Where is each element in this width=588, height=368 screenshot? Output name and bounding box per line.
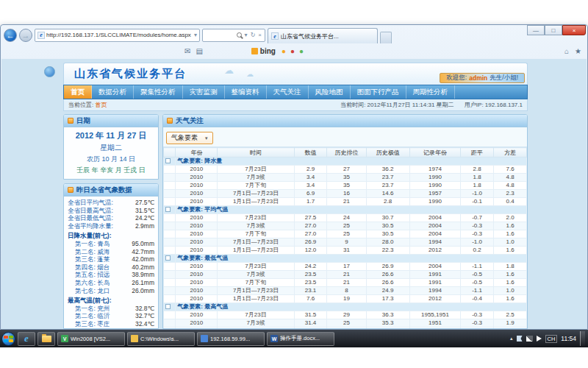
address-bar[interactable]: e http://192.168.137.1/SLCCLIMATE/module… — [35, 29, 200, 42]
ranking-value: 40.2mm — [132, 263, 154, 272]
table-row[interactable]: 20107月1日—7月23日23.1824.91994-1.11.0 — [164, 287, 527, 295]
taskbar-window-button[interactable]: 192.168.59.99... — [197, 332, 265, 346]
ranking-value: 26.0mm — [132, 287, 154, 295]
maximize-button[interactable]: □ — [545, 25, 562, 35]
element-group-label: 气象要素: 最高气温 — [176, 303, 527, 311]
table-row[interactable]: 20101月1日—7月23日1.7212.81990-0.10.4 — [164, 198, 527, 206]
cell: 1.8 — [494, 263, 527, 271]
cell: 6.9 — [294, 190, 327, 198]
summary-value: 2.9mm — [135, 222, 154, 230]
table-row[interactable]: 20107月23日24.21726.92004-1.11.8 — [164, 263, 527, 271]
table-row[interactable]: 20107月3候27.02530.52004-0.31.6 — [164, 222, 527, 230]
table-row[interactable]: 20101月1日—7月23日12.03122.320120.21.6 — [164, 247, 527, 255]
minimize-button[interactable]: — — [527, 25, 545, 35]
group-checkbox[interactable] — [165, 304, 171, 309]
refresh-icon[interactable]: ↻ — [251, 32, 256, 38]
group-checkbox[interactable] — [165, 158, 171, 163]
action-center-icon[interactable] — [517, 336, 523, 342]
site-logo-badge — [44, 66, 55, 77]
close-button[interactable]: × — [562, 25, 586, 35]
group-checkbox[interactable] — [165, 207, 171, 212]
cell: 7月3候 — [218, 271, 294, 279]
nav-item[interactable]: 灾害监测 — [183, 85, 225, 99]
group-checkbox[interactable] — [165, 255, 171, 261]
cell: 1994 — [409, 238, 460, 247]
ranking-station: 第一名: 兖州 — [75, 305, 110, 313]
table-row[interactable]: 20107月1日—7月23日26.9928.01994-1.01.0 — [164, 238, 527, 247]
nav-item[interactable]: 聚集性分析 — [134, 85, 183, 99]
taskbar-window-button[interactable]: W操作手册.docx... — [267, 332, 334, 346]
content-area: 日期 2012 年 11 月 27 日 星期二 农历 10 月 14 日 壬辰 … — [63, 114, 528, 329]
mail-icon[interactable]: ✉ — [184, 47, 190, 55]
new-tab-button[interactable] — [380, 32, 392, 43]
stop-icon[interactable]: × — [258, 32, 262, 38]
messenger-icon[interactable]: ● — [282, 47, 286, 55]
ranking-item: 第二名: 临沂32.7℃ — [68, 312, 154, 320]
nav-item[interactable]: 天气关注 — [267, 85, 309, 99]
ie-taskbar-icon[interactable]: e — [18, 332, 35, 346]
table-row[interactable]: 20107月下旬23.52126.61991-0.51.6 — [164, 279, 527, 287]
cell: 2.8 — [461, 166, 494, 174]
yesterday-panel-title: 昨日全省气象数据 — [76, 185, 132, 195]
cell: 31 — [327, 247, 366, 255]
search-box[interactable]: ▾ ↻ × — [202, 29, 265, 42]
taskbar-window-button[interactable]: C:\Windows\s... — [127, 332, 195, 346]
favorites-star-icon[interactable]: ★ — [575, 47, 581, 55]
cell: 1.6 — [494, 295, 527, 303]
forward-button[interactable]: → — [19, 29, 32, 42]
nav-item[interactable]: 周期性分析 — [406, 85, 456, 99]
page-viewport: 山东省气候业务平台 ☁ ☁ 欢迎您: admin 先生/小姐! 首页数据分析聚集… — [1, 59, 587, 329]
breadcrumb-home-link[interactable]: 首页 — [95, 102, 107, 108]
nav-item[interactable]: 图面下行产品 — [351, 85, 406, 99]
start-button[interactable] — [1, 332, 15, 346]
cell: 31.4 — [294, 328, 327, 329]
cell: 1.6 — [494, 230, 527, 238]
chevron-down-icon: ▾ — [205, 135, 208, 141]
table-row[interactable]: 20101月1日—7月23日7.61917.32012-0.41.6 — [164, 295, 527, 303]
weather-widget-icon[interactable]: ● — [299, 47, 304, 55]
browser-tab[interactable]: e 山东省气候业务平台... — [268, 28, 378, 43]
cell: 23.7 — [366, 174, 409, 182]
search-dropdown-icon[interactable]: ▾ — [245, 32, 248, 38]
table-row[interactable]: 20107月下旬27.02530.52004-0.31.6 — [164, 230, 527, 238]
network-icon[interactable] — [526, 336, 533, 342]
nav-item[interactable]: 风险地图 — [309, 85, 351, 99]
cell: -1.1 — [461, 263, 494, 271]
explorer-taskbar-icon[interactable] — [37, 332, 55, 346]
table-row[interactable]: 20107月23日27.52430.72004-0.72.0 — [164, 214, 527, 222]
table-row[interactable]: 20107月3候3.43523.719901.84.8 — [164, 174, 527, 182]
taskbar-clock[interactable]: 11:54 — [561, 335, 576, 342]
cell: 1991 — [409, 271, 460, 279]
checkbox-column-header — [164, 148, 176, 158]
table-row[interactable]: 20107月23日31.52936.31955,1951-0.32.5 — [164, 311, 527, 319]
back-button[interactable]: ← — [4, 29, 17, 42]
table-row[interactable]: 20107月1日—7月23日6.91614.61957-1.02.3 — [164, 190, 527, 198]
table-row[interactable]: 20107月下旬31.42535.31951-0.31.9 — [164, 328, 527, 329]
table-row[interactable]: 20107月3候31.42535.31951-0.31.9 — [164, 319, 527, 328]
table-row[interactable]: 20107月下旬3.43523.719901.84.8 — [164, 182, 527, 190]
tray-expand-icon[interactable]: ▴ — [510, 336, 513, 342]
search-icon[interactable] — [237, 32, 242, 38]
home-icon[interactable]: ⌂ — [564, 47, 569, 55]
language-indicator[interactable]: CH — [545, 335, 558, 343]
table-row[interactable]: 20107月23日2.92736.219742.87.6 — [164, 166, 527, 174]
taskbar-window-button[interactable]: VWin2008 [VS2... — [57, 332, 125, 346]
address-dropdown-icon[interactable]: ▾ — [194, 32, 197, 38]
page-icon[interactable]: ▤ — [196, 47, 202, 55]
cell: 3.4 — [294, 174, 327, 182]
nav-item[interactable]: 数据分析 — [92, 85, 134, 99]
summary-value: 24.2℃ — [135, 214, 154, 222]
cell: 1990 — [409, 182, 460, 190]
element-selector-button[interactable]: 气象要素 ▾ — [166, 132, 213, 144]
cell: 26.6 — [366, 271, 409, 279]
qq-icon[interactable]: ● — [290, 47, 295, 55]
table-row[interactable]: 20107月3候23.52126.61991-0.51.6 — [164, 271, 527, 279]
cell: 7月下旬 — [218, 279, 294, 287]
url-text[interactable]: http://192.168.137.1/SLCCLIMATE/modules/… — [46, 32, 193, 38]
app-icon: V — [61, 335, 68, 342]
show-desktop-button[interactable] — [580, 331, 585, 346]
volume-icon[interactable] — [537, 336, 542, 342]
nav-item[interactable]: 首页 — [64, 85, 92, 99]
cell: 2010 — [176, 230, 218, 238]
nav-item[interactable]: 整编资料 — [225, 85, 267, 99]
